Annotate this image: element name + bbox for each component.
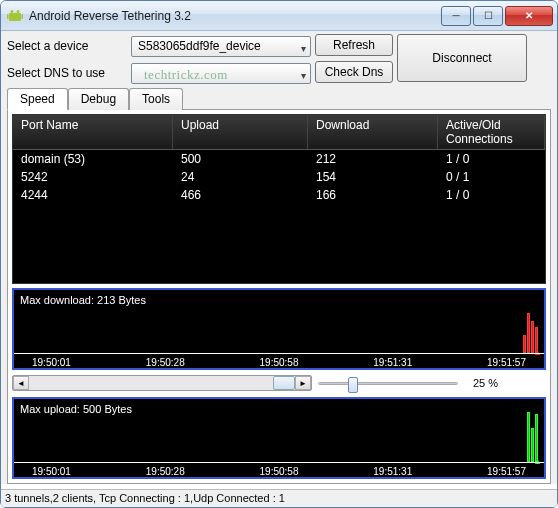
cell-up: 466 — [173, 186, 308, 204]
cell-up: 24 — [173, 168, 308, 186]
status-bar: 3 tunnels,2 clients, Tcp Connecting : 1,… — [1, 489, 557, 507]
refresh-button[interactable]: Refresh — [315, 34, 393, 56]
cell-down: 212 — [308, 150, 438, 168]
tick: 19:50:01 — [32, 357, 71, 368]
connection-grid[interactable]: Port Name Upload Download Active/Old Con… — [12, 114, 546, 284]
titlebar[interactable]: Android Reverse Tethering 3.2 ─ ☐ ✕ — [1, 1, 557, 31]
cell-port: domain (53) — [13, 150, 173, 168]
zoom-slider[interactable] — [318, 375, 458, 391]
col-upload[interactable]: Upload — [173, 115, 308, 149]
tick: 19:50:28 — [146, 466, 185, 477]
device-dropdown[interactable]: S583065ddf9fe_device — [131, 36, 311, 57]
tabstrip: Speed Debug Tools — [7, 87, 551, 109]
col-conn[interactable]: Active/Old Connections — [438, 115, 545, 149]
svg-point-2 — [17, 10, 20, 13]
top-panel: Select a device S583065ddf9fe_device Sel… — [7, 34, 551, 85]
cell-up: 500 — [173, 150, 308, 168]
tab-tools[interactable]: Tools — [129, 88, 183, 110]
dns-dropdown[interactable]: techtrickz.com — [131, 63, 311, 84]
slider-track — [318, 382, 458, 385]
tab-debug[interactable]: Debug — [68, 88, 129, 110]
upload-chart: Max upload: 500 Bytes ▲ 19:50:01 19:50:2… — [12, 397, 546, 479]
status-text: 3 tunnels,2 clients, Tcp Connecting : 1,… — [5, 492, 285, 504]
scroll-thumb[interactable] — [273, 376, 295, 390]
tick: 19:51:57 — [487, 357, 526, 368]
tick: 19:50:28 — [146, 357, 185, 368]
maximize-button[interactable]: ☐ — [473, 6, 503, 26]
marker-icon: ▲ — [533, 347, 542, 357]
disconnect-button[interactable]: Disconnect — [397, 34, 527, 82]
upload-chart-label: Max upload: 500 Bytes — [20, 403, 132, 415]
tab-body: Port Name Upload Download Active/Old Con… — [7, 109, 551, 484]
table-row[interactable]: domain (53) 500 212 1 / 0 — [13, 150, 545, 168]
col-download[interactable]: Download — [308, 115, 438, 149]
axis-line — [14, 353, 544, 354]
dns-label: Select DNS to use — [7, 66, 127, 80]
cell-down: 154 — [308, 168, 438, 186]
window-title: Android Reverse Tethering 3.2 — [29, 9, 439, 23]
tick: 19:50:58 — [260, 466, 299, 477]
cell-port: 4244 — [13, 186, 173, 204]
zoom-value: 25 % — [464, 377, 498, 389]
time-ticks: 19:50:01 19:50:28 19:50:58 19:51:31 19:5… — [14, 466, 544, 477]
download-chart: Max download: 213 Bytes ▲ 19:50:01 19:50… — [12, 288, 546, 370]
slider-row: ◄ ► 25 % — [12, 373, 546, 393]
tick: 19:50:58 — [260, 357, 299, 368]
checkdns-button[interactable]: Check Dns — [315, 61, 393, 83]
cell-conn: 0 / 1 — [438, 168, 545, 186]
svg-point-1 — [11, 10, 14, 13]
cell-conn: 1 / 0 — [438, 186, 545, 204]
tick: 19:51:31 — [373, 466, 412, 477]
watermark-text: techtrickz.com — [144, 65, 228, 84]
scroll-right-icon[interactable]: ► — [295, 376, 311, 390]
scroll-left-icon[interactable]: ◄ — [13, 376, 29, 390]
svg-rect-4 — [22, 14, 24, 19]
close-button[interactable]: ✕ — [505, 6, 553, 26]
time-ticks: 19:50:01 19:50:28 19:50:58 19:51:31 19:5… — [14, 357, 544, 368]
grid-header: Port Name Upload Download Active/Old Con… — [13, 115, 545, 150]
device-value: S583065ddf9fe_device — [138, 39, 261, 53]
marker-icon: ▲ — [533, 456, 542, 466]
slider-thumb[interactable] — [348, 377, 358, 393]
cell-down: 166 — [308, 186, 438, 204]
minimize-button[interactable]: ─ — [441, 6, 471, 26]
svg-rect-0 — [9, 13, 21, 21]
table-row[interactable]: 4244 466 166 1 / 0 — [13, 186, 545, 204]
svg-rect-3 — [7, 14, 9, 19]
android-icon — [7, 8, 23, 24]
cell-conn: 1 / 0 — [438, 150, 545, 168]
upload-bars — [527, 412, 538, 462]
col-port[interactable]: Port Name — [13, 115, 173, 149]
table-row[interactable]: 5242 24 154 0 / 1 — [13, 168, 545, 186]
download-chart-label: Max download: 213 Bytes — [20, 294, 146, 306]
cell-port: 5242 — [13, 168, 173, 186]
tick: 19:51:31 — [373, 357, 412, 368]
time-scrollbar[interactable]: ◄ ► — [12, 375, 312, 391]
tick: 19:50:01 — [32, 466, 71, 477]
tab-speed[interactable]: Speed — [7, 88, 68, 110]
tick: 19:51:57 — [487, 466, 526, 477]
device-label: Select a device — [7, 39, 127, 53]
axis-line — [14, 462, 544, 463]
